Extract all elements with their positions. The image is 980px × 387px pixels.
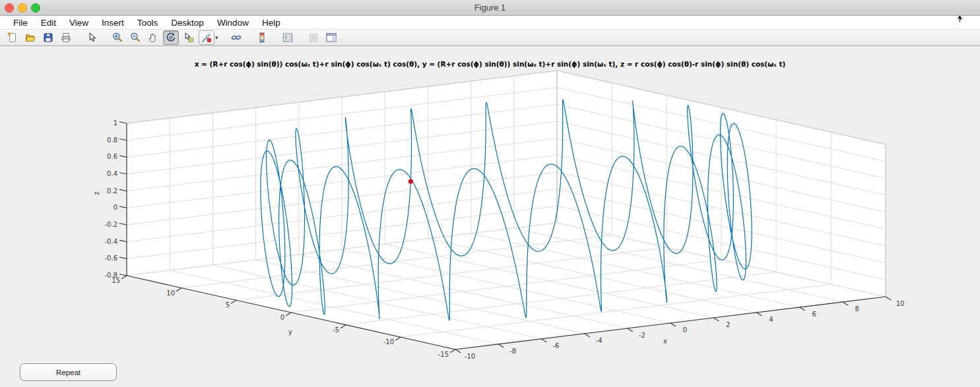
tick-label: -0.8 [104, 272, 117, 279]
plot-canvas[interactable]: 151050-5-10-15-10-8-6-4-2024681010.80.60… [0, 0, 980, 387]
print-figure-button[interactable] [58, 30, 74, 45]
tick-label: -15 [438, 351, 449, 358]
link-plot-icon [230, 32, 242, 44]
brush-icon [201, 32, 212, 44]
menu-help[interactable]: Help [255, 18, 287, 28]
open-file-icon [24, 32, 36, 44]
tick-label: 6 [812, 311, 816, 318]
pan-button[interactable] [145, 30, 161, 45]
menu-view[interactable]: View [63, 18, 95, 28]
figure-window: 151050-5-10-15-10-8-6-4-2024681010.80.60… [0, 0, 980, 387]
menu-tools[interactable]: Tools [131, 18, 165, 28]
tick-label: -0.6 [104, 254, 117, 262]
tick-label: 0.4 [107, 170, 117, 177]
animation-marker [408, 179, 413, 184]
tick-label: 0.6 [107, 153, 117, 160]
tick-label: 10 [896, 300, 905, 307]
repeat-button[interactable]: Repeat [20, 363, 117, 381]
tick-label: -6 [552, 342, 559, 349]
print-figure-icon [60, 32, 72, 44]
show-plot-tools-button[interactable] [323, 30, 339, 45]
tick-label: -0.2 [104, 221, 117, 228]
tick-label: 1 [114, 119, 117, 127]
window-title: Figure 1 [0, 3, 980, 13]
tick-label: -10 [383, 338, 394, 345]
new-figure-button[interactable] [5, 30, 20, 45]
data-cursor-button[interactable] [181, 30, 197, 45]
hide-plot-tools-button[interactable] [306, 30, 321, 45]
tick-label: 0 [280, 314, 284, 321]
zoom-out-button[interactable] [127, 30, 143, 45]
new-figure-icon [7, 32, 18, 44]
menu-bar: FileEditViewInsertToolsDesktopWindowHelp [0, 16, 980, 29]
zoom-in-icon [112, 32, 123, 44]
insert-legend-button[interactable] [280, 30, 296, 45]
tick-label: -5 [333, 326, 339, 334]
tick-label: 0.2 [107, 187, 117, 194]
tick-label: 4 [769, 316, 773, 323]
edit-plot-button[interactable] [84, 30, 100, 45]
edit-plot-icon [86, 32, 98, 44]
rotate-3d-icon [165, 32, 177, 44]
save-figure-icon [42, 32, 54, 44]
data-cursor-icon [183, 32, 195, 44]
zoom-out-icon [129, 32, 141, 44]
tick-label: -2 [639, 332, 645, 339]
tick-label: 10 [166, 289, 175, 297]
menu-desktop[interactable]: Desktop [164, 18, 211, 28]
toolbar: ▾ [0, 29, 980, 46]
rotate-3d-button[interactable] [163, 30, 179, 45]
tick-label: x [663, 338, 667, 345]
tick-label: z [93, 191, 100, 194]
tick-label: 2 [726, 321, 730, 328]
tick-label: 0 [683, 326, 687, 334]
insert-legend-icon [282, 32, 294, 44]
tick-label: -0.4 [104, 238, 117, 245]
menu-insert[interactable]: Insert [95, 18, 131, 28]
show-plot-tools-icon [325, 32, 337, 44]
title-bar[interactable]: Figure 1 [0, 0, 980, 16]
tick-label: y [288, 328, 292, 336]
tick-label: 0.8 [107, 136, 117, 144]
insert-colorbar-icon [256, 32, 268, 44]
open-file-button[interactable] [22, 30, 38, 45]
tick-label: -4 [596, 337, 603, 344]
tick-label: 8 [855, 305, 859, 313]
brush-dropdown-caret[interactable]: ▾ [215, 34, 218, 41]
menu-edit[interactable]: Edit [34, 18, 63, 28]
menu-window[interactable]: Window [211, 18, 255, 28]
tick-label: -10 [465, 353, 475, 360]
hide-plot-tools-icon [308, 32, 319, 44]
menu-file[interactable]: File [7, 18, 34, 28]
link-plot-button[interactable] [228, 30, 244, 45]
tick-label: 5 [226, 301, 230, 309]
save-figure-button[interactable] [40, 30, 56, 45]
tick-label: -8 [509, 347, 516, 355]
mouse-cursor-icon [956, 15, 965, 24]
zoom-in-button[interactable] [110, 30, 125, 45]
brush-button[interactable] [199, 30, 214, 45]
plot-title: x = (R+r cos(ϕ) sin(θ)) cos(ω₂ t)+r sin(… [0, 60, 980, 68]
pan-icon [147, 32, 159, 44]
tick-label: 0 [114, 204, 117, 211]
insert-colorbar-button[interactable] [254, 30, 270, 45]
